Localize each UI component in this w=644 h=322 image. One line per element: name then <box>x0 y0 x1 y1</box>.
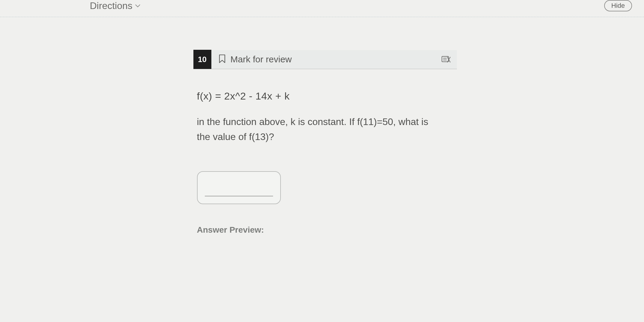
question-prompt: in the function above, k is constant. If… <box>197 115 437 144</box>
answer-preview-label: Answer Preview: <box>197 225 454 235</box>
question-panel: 10 Mark for review f(x) = 2x^2 - 14x + k… <box>187 50 457 235</box>
answer-input[interactable] <box>197 171 281 204</box>
hide-label: Hide <box>611 2 625 9</box>
directions-label: Directions <box>90 0 132 11</box>
top-bar: Directions Hide <box>0 0 644 17</box>
question-formula: f(x) = 2x^2 - 14x + k <box>197 90 454 102</box>
hide-button[interactable]: Hide <box>604 0 632 11</box>
mark-for-review-label: Mark for review <box>231 54 292 64</box>
directions-button[interactable]: Directions <box>90 0 140 11</box>
strike-icon <box>441 55 451 64</box>
question-header: 10 Mark for review <box>193 50 457 69</box>
strike-options-button[interactable] <box>441 54 451 65</box>
question-body: f(x) = 2x^2 - 14x + k in the function ab… <box>193 69 457 235</box>
chevron-down-icon <box>135 3 140 9</box>
mark-for-review-button[interactable]: Mark for review <box>219 54 434 64</box>
question-number: 10 <box>193 50 211 69</box>
bookmark-icon <box>219 54 226 64</box>
answer-underline <box>205 196 273 196</box>
